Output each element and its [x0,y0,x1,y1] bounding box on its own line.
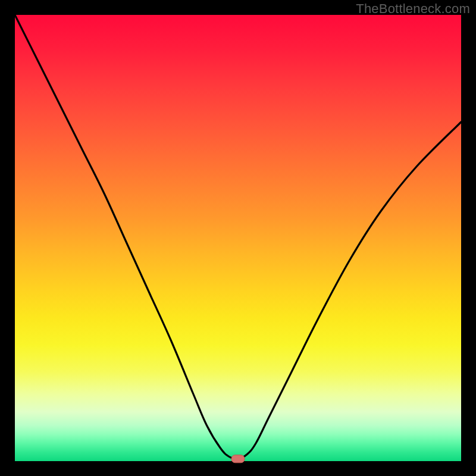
optimal-point-marker [231,455,245,463]
plot-area [15,15,461,461]
chart-svg [15,15,461,461]
chart-frame: TheBottleneck.com [0,0,476,476]
bottleneck-curve [15,15,461,459]
